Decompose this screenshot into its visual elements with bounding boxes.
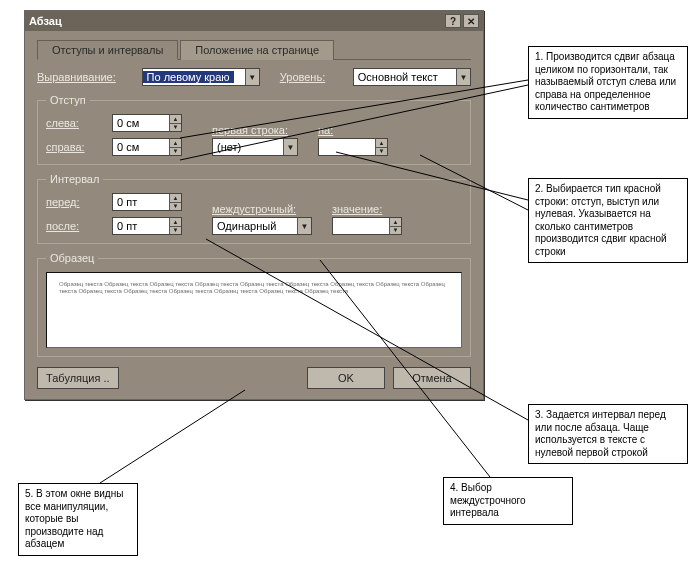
- spin-down-icon[interactable]: ▼: [170, 124, 181, 132]
- firstline-by-spinner[interactable]: ▲▼: [318, 138, 388, 156]
- svg-line-6: [100, 390, 245, 483]
- indent-left-spinner[interactable]: 0 см ▲▼: [112, 114, 182, 132]
- linespacing-select[interactable]: Одинарный ▼: [212, 217, 312, 235]
- indent-group: Отступ слева: 0 см ▲▼ справа: 0 см: [37, 94, 471, 165]
- spacing-legend: Интервал: [46, 173, 103, 185]
- help-button[interactable]: ?: [445, 14, 461, 28]
- firstline-select[interactable]: (нет) ▼: [212, 138, 298, 156]
- paragraph-dialog: Абзац ? ✕ Отступы и интервалы Положение …: [24, 10, 484, 400]
- spacing-group: Интервал перед: 0 пт ▲▼ после: 0 пт: [37, 173, 471, 244]
- chevron-down-icon[interactable]: ▼: [283, 139, 297, 155]
- tab-strip: Отступы и интервалы Положение на страниц…: [37, 39, 471, 60]
- spin-up-icon[interactable]: ▲: [170, 194, 181, 203]
- tab-position[interactable]: Положение на странице: [180, 40, 334, 60]
- indent-right-label: справа:: [46, 141, 106, 153]
- spin-down-icon[interactable]: ▼: [170, 148, 181, 156]
- close-button[interactable]: ✕: [463, 14, 479, 28]
- preview-text: Образец текста Образец текста Образец те…: [59, 281, 449, 295]
- spin-up-icon[interactable]: ▲: [390, 218, 401, 227]
- spacing-after-label: после:: [46, 220, 106, 232]
- dialog-title: Абзац: [29, 15, 62, 27]
- callout-2: 2. Выбирается тип красной строки: отступ…: [528, 178, 688, 263]
- preview-legend: Образец: [46, 252, 98, 264]
- spin-up-icon[interactable]: ▲: [376, 139, 387, 148]
- indent-legend: Отступ: [46, 94, 90, 106]
- titlebar: Абзац ? ✕: [25, 11, 483, 31]
- chevron-down-icon[interactable]: ▼: [297, 218, 311, 234]
- tabstops-button[interactable]: Табуляция ..: [37, 367, 119, 389]
- chevron-down-icon[interactable]: ▼: [456, 69, 470, 85]
- spin-up-icon[interactable]: ▲: [170, 218, 181, 227]
- chevron-down-icon[interactable]: ▼: [245, 69, 259, 85]
- spin-up-icon[interactable]: ▲: [170, 139, 181, 148]
- spin-down-icon[interactable]: ▼: [376, 148, 387, 156]
- indent-left-label: слева:: [46, 117, 106, 129]
- callout-4: 4. Выбор междустрочного интервала: [443, 477, 573, 525]
- level-select[interactable]: Основной текст ▼: [353, 68, 471, 86]
- firstline-by-label: на:: [318, 124, 388, 136]
- alignment-label: Выравнивание:: [37, 71, 132, 83]
- tab-indents-spacing[interactable]: Отступы и интервалы: [37, 40, 178, 60]
- spin-down-icon[interactable]: ▼: [170, 227, 181, 235]
- cancel-button[interactable]: Отмена: [393, 367, 471, 389]
- spin-up-icon[interactable]: ▲: [170, 115, 181, 124]
- ok-button[interactable]: OK: [307, 367, 385, 389]
- spin-down-icon[interactable]: ▼: [390, 227, 401, 235]
- callout-3: 3. Задается интервал перед или после абз…: [528, 404, 688, 464]
- spin-down-icon[interactable]: ▼: [170, 203, 181, 211]
- level-label: Уровень:: [280, 71, 343, 83]
- spacing-before-label: перед:: [46, 196, 106, 208]
- callout-5: 5. В этом окне видны все манипуляции, ко…: [18, 483, 138, 556]
- alignment-select[interactable]: По левому краю ▼: [142, 68, 260, 86]
- spacing-after-spinner[interactable]: 0 пт ▲▼: [112, 217, 182, 235]
- indent-right-spinner[interactable]: 0 см ▲▼: [112, 138, 182, 156]
- linespacing-at-label: значение:: [332, 203, 402, 215]
- preview-pane: Образец текста Образец текста Образец те…: [46, 272, 462, 348]
- callout-1: 1. Производится сдвиг абзаца целиком по …: [528, 46, 688, 119]
- linespacing-at-spinner[interactable]: ▲▼: [332, 217, 402, 235]
- firstline-label: первая строка:: [212, 124, 298, 136]
- spacing-before-spinner[interactable]: 0 пт ▲▼: [112, 193, 182, 211]
- preview-group: Образец Образец текста Образец текста Об…: [37, 252, 471, 357]
- linespacing-label: междустрочный:: [212, 203, 312, 215]
